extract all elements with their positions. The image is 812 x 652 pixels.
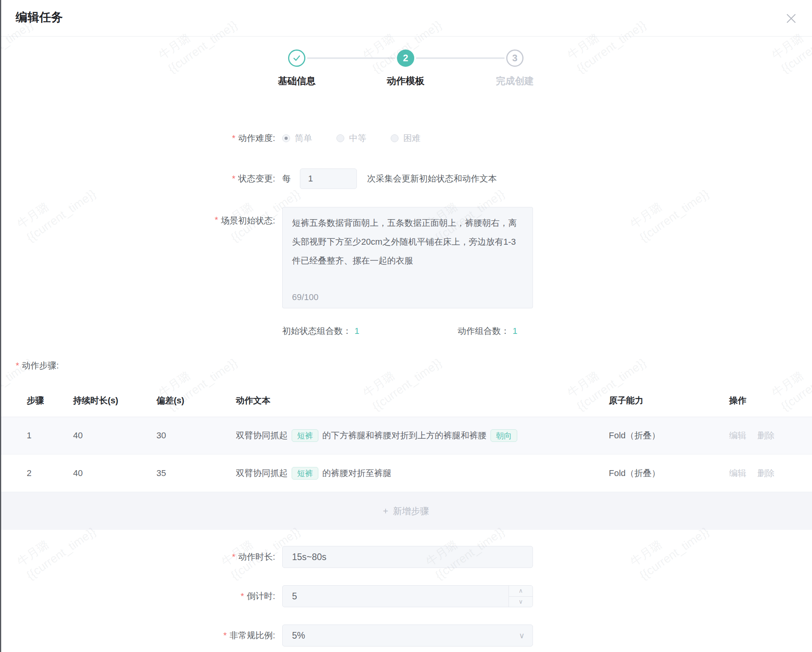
number-spinner: ∧ ∨ <box>509 586 533 607</box>
cell-operations: 编辑 删除 <box>729 467 812 479</box>
action-combos: 动作组合数：1 <box>457 325 517 337</box>
step-1-label: 基础信息 <box>278 75 316 87</box>
cell-step: 1 <box>27 430 73 441</box>
action-text-segment: 的裤腰对折至裤腿 <box>322 467 391 479</box>
step-1-circle <box>288 49 305 67</box>
stepper: 2 3 基础信息 动作模板 完成创建 <box>0 37 812 99</box>
step-3-label: 完成创建 <box>496 75 534 87</box>
initial-state-label: * 场景初始状态: <box>0 207 275 227</box>
difficulty-radio-group: 简单 中等 困难 <box>282 132 421 144</box>
close-icon[interactable] <box>784 12 798 25</box>
plus-icon: + <box>383 506 388 516</box>
unusual-ratio-label: * 非常规比例: <box>0 630 275 641</box>
state-change-row: * 状态变更: 每 1 次采集会更新初始状态和动作文本 <box>0 168 812 189</box>
initial-state-row: * 场景初始状态: 短裤五条数据背面朝上，五条数据正面朝上，裤腰朝右，离头部视野… <box>0 207 812 308</box>
action-combos-value: 1 <box>513 326 517 336</box>
col-header-action-text: 动作文本 <box>236 395 609 407</box>
dialog-title: 编辑任务 <box>16 9 63 26</box>
add-step-button[interactable]: + 新增步骤 <box>383 505 429 517</box>
cell-ability: Fold（折叠） <box>609 467 729 479</box>
action-text-segment: 双臂协同抓起 <box>236 467 288 479</box>
countdown-label: * 倒计时: <box>0 590 275 602</box>
action-duration-input[interactable]: 15s~80s <box>282 546 533 568</box>
state-change-label: * 状态变更: <box>0 173 275 185</box>
edit-link[interactable]: 编辑 <box>729 430 746 441</box>
initial-combos: 初始状态组合数：1 <box>282 325 359 337</box>
action-text-segment: 双臂协同抓起 <box>236 430 288 441</box>
action-duration-row: * 动作时长: 15s~80s <box>0 546 812 568</box>
delete-link[interactable]: 删除 <box>757 430 775 441</box>
edit-link[interactable]: 编辑 <box>729 467 746 479</box>
state-change-input[interactable]: 1 <box>300 168 357 189</box>
delete-link[interactable]: 删除 <box>757 467 775 479</box>
countdown-input[interactable]: 5 ∧ ∨ <box>282 585 533 607</box>
cell-action-text: 双臂协同抓起 短裤 的下方裤腿和裤腰对折到上方的裤腿和裤腰 朝向 <box>236 429 609 442</box>
state-change-prefix: 每 <box>282 173 291 185</box>
col-header-duration: 持续时长(s) <box>73 395 156 407</box>
table-row: 2 40 35 双臂协同抓起 短裤 的裤腰对折至裤腿 Fold（折叠） 编辑 删… <box>0 454 812 492</box>
select-chevron-down-icon: ∨ <box>519 625 525 646</box>
step-2-circle: 2 <box>397 49 414 67</box>
table-row: 1 40 30 双臂协同抓起 短裤 的下方裤腿和裤腰对折到上方的裤腿和裤腰 朝向… <box>0 417 812 454</box>
cell-deviation: 35 <box>156 468 236 478</box>
edit-task-dialog: 编辑任务 2 3 基础信息 动作模板 完成创建 * 动作难度: 简单 <box>0 0 812 652</box>
cell-duration: 40 <box>73 468 156 478</box>
difficulty-row: * 动作难度: 简单 中等 困难 <box>0 130 812 147</box>
action-duration-label: * 动作时长: <box>0 551 275 563</box>
combos-row: 初始状态组合数：1 动作组合数：1 <box>0 324 812 338</box>
char-counter: 69/100 <box>292 292 318 302</box>
step-connector <box>307 57 395 59</box>
add-step-band: + 新增步骤 <box>0 492 812 530</box>
radio-option-hard[interactable]: 困难 <box>391 132 421 144</box>
cell-duration: 40 <box>73 430 156 441</box>
radio-option-medium[interactable]: 中等 <box>336 132 366 144</box>
chevron-down-icon[interactable]: ∨ <box>509 597 533 607</box>
object-tag: 短裤 <box>292 467 318 480</box>
initial-combos-value: 1 <box>355 326 359 336</box>
action-text-segment: 的下方裤腿和裤腰对折到上方的裤腿和裤腰 <box>322 430 487 441</box>
required-asterisk: * <box>16 361 19 371</box>
col-header-deviation: 偏差(s) <box>156 395 236 407</box>
cell-deviation: 30 <box>156 430 236 441</box>
object-tag: 短裤 <box>292 429 318 442</box>
radio-icon <box>391 134 399 142</box>
window-left-edge <box>0 0 1 652</box>
difficulty-label: * 动作难度: <box>0 132 275 144</box>
check-icon <box>292 53 301 63</box>
action-steps-label: * 动作步骤: <box>16 360 59 372</box>
step-2-label: 动作模板 <box>387 75 424 87</box>
cell-action-text: 双臂协同抓起 短裤 的裤腰对折至裤腿 <box>236 467 609 480</box>
chevron-up-icon[interactable]: ∧ <box>509 586 533 597</box>
orientation-tag: 朝向 <box>491 429 517 442</box>
initial-state-textarea[interactable]: 短裤五条数据背面朝上，五条数据正面朝上，裤腰朝右，离头部视野下方至少20cm之外… <box>282 207 533 308</box>
state-change-suffix: 次采集会更新初始状态和动作文本 <box>367 173 497 185</box>
col-header-ability: 原子能力 <box>609 395 729 407</box>
cell-step: 2 <box>27 468 73 478</box>
table-header-row: 步骤 持续时长(s) 偏差(s) 动作文本 原子能力 操作 <box>0 384 812 417</box>
initial-state-text: 短裤五条数据背面朝上，五条数据正面朝上，裤腰朝右，离头部视野下方至少20cm之外… <box>292 214 523 270</box>
step-connector <box>416 57 505 59</box>
required-asterisk: * <box>232 133 235 143</box>
cell-operations: 编辑 删除 <box>729 430 812 441</box>
unusual-ratio-select[interactable]: 5% ∨ <box>282 625 533 647</box>
col-header-step: 步骤 <box>27 395 73 407</box>
required-asterisk: * <box>241 591 244 601</box>
countdown-row: * 倒计时: 5 ∧ ∨ <box>0 585 812 607</box>
col-header-operations: 操作 <box>729 395 812 407</box>
step-3-circle: 3 <box>506 49 524 67</box>
radio-icon <box>282 134 290 142</box>
unusual-ratio-row: * 非常规比例: 5% ∨ <box>0 625 812 647</box>
radio-icon <box>336 134 344 142</box>
required-asterisk: * <box>232 174 235 184</box>
required-asterisk: * <box>215 215 218 225</box>
required-asterisk: * <box>223 630 227 641</box>
cell-ability: Fold（折叠） <box>609 430 729 441</box>
radio-option-easy[interactable]: 简单 <box>282 132 312 144</box>
required-asterisk: * <box>232 552 235 562</box>
dialog-header: 编辑任务 <box>0 0 812 37</box>
